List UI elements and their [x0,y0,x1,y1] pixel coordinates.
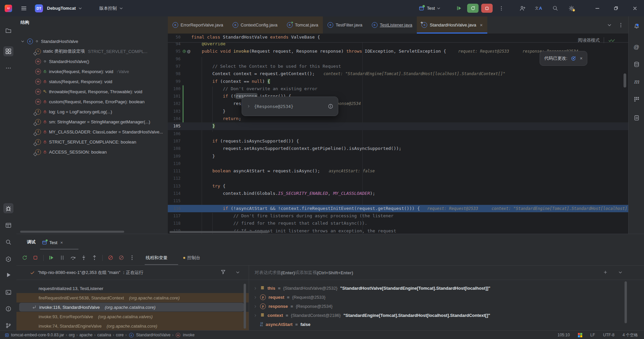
add-watch-button[interactable] [603,270,608,275]
breadcrumb-item[interactable]: tomcat-embed-core-9.0.83.jar [5,333,64,337]
sidebar-tool-services[interactable] [3,254,13,264]
code-line[interactable]: 109} [168,153,628,160]
step-out-button[interactable] [92,255,97,261]
line-number[interactable]: 99 [168,78,181,85]
hotswap-close-icon[interactable]: × [580,56,583,61]
debug-view-tab[interactable]: 线程和变量 [146,250,167,265]
window-close-button[interactable] [632,0,638,16]
ime-squares-icon[interactable] [578,333,582,337]
sidebar-tool-run[interactable] [3,270,13,280]
code-line[interactable]: 101if (!response.isError()) { [168,93,628,100]
code-line[interactable]: 103} [168,108,628,115]
editor-vscrollbar-thumb[interactable] [624,73,626,88]
titlebar-search-button[interactable] [552,0,558,16]
variable-row[interactable]: presponse={Response@2534} [249,302,644,311]
structure-item[interactable]: minvoke(Request, Response): void↑Valve [16,66,168,76]
stack-frame-row[interactable]: invoke:116, StandardHostValve(org.apache… [16,302,249,312]
resume-icon[interactable] [456,5,462,11]
override-marker-icon[interactable] [182,49,186,53]
editor-tab[interactable]: cErrorReportValve.java [168,16,228,34]
code-line[interactable]: 116if (!asyncAtStart && !context.fireReq… [168,205,628,212]
expand-chevron-icon[interactable] [247,104,251,108]
line-separator-indicator[interactable]: LF [590,333,595,337]
indent-indicator[interactable]: 4 个空格 [623,332,638,338]
line-number[interactable]: 118 [168,220,181,227]
editor-hscrollbar-thumb[interactable] [169,231,268,233]
sidebar-tool-debugger-bug[interactable] [3,203,13,213]
code-line[interactable]: 107if (request.isAsyncSupported()) { [168,137,628,145]
resume-button[interactable] [49,255,54,261]
breadcrumb-item[interactable]: apache [79,333,92,337]
view-breakpoints-button[interactable] [118,255,124,261]
code-editor[interactable]: 94@Override95@public void invoke(Request… [168,34,628,234]
annotation-gutter-icon[interactable]: @ [187,49,191,53]
line-number[interactable]: 106 [168,130,181,137]
debugger-value-tooltip[interactable]: {Response@2534} [242,97,338,116]
editor-tab[interactable]: cStandardHostValve.java× [417,16,487,34]
code-line[interactable]: 113try { [168,182,628,190]
add-watch-icon[interactable] [603,270,608,275]
structure-item[interactable]: fsm: StringManager = StringManager.getMa… [16,117,168,127]
variable-row[interactable]: context={StandardContext@2186}"StandardE… [249,311,644,320]
structure-item[interactable]: mstatus(Request, Response): void [16,76,168,87]
titlebar-more-button[interactable] [499,0,504,16]
stop-button[interactable] [481,0,493,16]
line-number[interactable]: 101 [168,93,181,100]
line-number[interactable]: 110 [168,160,181,167]
hamburger-menu-icon[interactable] [21,5,27,11]
encoding-indicator[interactable]: UTF-8 [603,333,614,337]
code-line[interactable]: 110 [168,160,628,167]
code-line[interactable]: 108request.setAsyncSupported(context.get… [168,145,628,152]
code-line[interactable]: 100// Don't overwrite an existing error [168,85,628,93]
thread-selector[interactable]: "http-nio-8080-exec-1"@2,353 在组 "main" ：… [30,266,143,280]
chevron-down-icon[interactable] [235,270,240,275]
sidebar-tool-notifications-bell[interactable] [632,21,642,31]
line-number[interactable]: 100 [168,85,181,93]
line-number[interactable]: 113 [168,182,181,190]
search-icon[interactable] [552,5,558,11]
step-into-button[interactable] [81,255,87,261]
breadcrumb-item[interactable]: cStandardHostValve [129,332,171,338]
editor-tab[interactable]: cContextConfig.java [228,16,282,34]
thread-filter-button[interactable] [220,269,226,275]
line-number[interactable]: 103 [168,108,181,115]
window-minimize-button[interactable] [595,0,600,16]
evaluate-expression-input[interactable]: 对表达式求值(Enter)或添加监视(Ctrl+Shift+Enter) [255,266,353,280]
sidebar-tool-clipboard[interactable] [632,113,642,123]
sidebar-tool-gradle-grid[interactable] [632,94,642,104]
line-number[interactable]: 102 [168,100,181,107]
close-icon[interactable] [632,6,638,11]
run-config-widget[interactable]: Test [419,0,441,16]
code-line[interactable]: 111boolean asyncAtStart = request.isAsyn… [168,167,628,175]
line-number[interactable]: 95 [168,48,181,55]
line-number[interactable]: 105 [168,122,181,130]
line-number[interactable]: 117 [168,212,181,220]
stop-button[interactable] [481,4,493,13]
thread-dropdown-button[interactable] [235,270,240,275]
reader-mode-toggle[interactable]: 阅读器模式 [578,37,615,43]
settings-gear-icon[interactable] [568,5,575,11]
code-line[interactable]: 112 [168,175,628,182]
sidebar-tool-folder[interactable] [3,25,13,36]
code-line[interactable]: 117// Don't fire listeners during async … [168,212,628,220]
code-line[interactable]: 104return; [168,115,628,122]
structure-item[interactable]: fSTRICT_SERVLET_COMPLIANCE: boolean [16,137,168,147]
chevron-down-icon[interactable] [20,39,25,44]
sidebar-tool-git-branch[interactable] [3,321,13,331]
line-number[interactable]: 111 [168,167,181,175]
code-line[interactable]: 105} [168,122,628,130]
caret-position[interactable]: 105:10 [557,333,570,337]
stack-frame-row[interactable]: fireRequestInitEvent:5638, StandardConte… [16,293,249,302]
structure-hscrollbar-thumb[interactable] [20,231,124,233]
breadcrumb-item[interactable]: org [69,333,75,337]
window-maximize-button[interactable] [613,0,618,16]
hotswap-notification[interactable]: 代码已更改:× [540,51,587,66]
step-over-button[interactable] [70,255,76,261]
sidebar-tool-more[interactable] [3,63,13,73]
debug-view-tab[interactable]: 控制台 [183,250,200,265]
tab-options-kebab-icon[interactable] [618,22,624,28]
line-number[interactable]: 115 [168,197,181,205]
code-line[interactable]: 114context.bind(Globals.IS_SECURITY_ENAB… [168,190,628,197]
sidebar-tool-problems[interactable] [3,304,13,314]
debug-resume-button[interactable] [456,0,462,16]
